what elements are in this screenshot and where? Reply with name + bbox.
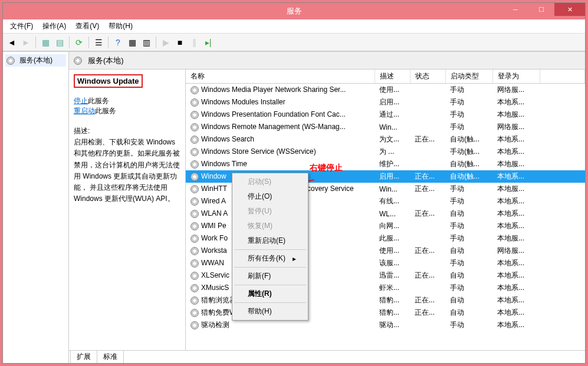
content-header: 服务(本地) bbox=[69, 52, 585, 70]
col-spacer bbox=[540, 70, 585, 84]
context-menu-item[interactable]: 停止(O) bbox=[234, 189, 307, 204]
gear-icon bbox=[190, 259, 199, 268]
col-startup[interactable]: 启动类型 bbox=[445, 70, 492, 84]
show-hide-icon[interactable]: ▦ bbox=[39, 36, 52, 49]
annotation-text: 右键停止 bbox=[310, 163, 343, 173]
gear-icon bbox=[190, 111, 199, 119]
play-icon[interactable]: ▶ bbox=[159, 36, 172, 49]
gear-icon bbox=[190, 296, 199, 305]
gear-icon bbox=[74, 57, 82, 65]
detail-pane: Windows Update 停止此服务 重启动此服务 描述: 启用检测、下载和… bbox=[69, 70, 186, 350]
gear-icon bbox=[190, 86, 199, 94]
gear-icon bbox=[190, 210, 199, 218]
properties-icon[interactable]: ☰ bbox=[92, 36, 105, 49]
selected-service-name: Windows Update bbox=[74, 74, 143, 88]
services-list[interactable]: 名称 描述 状态 启动类型 登录为 Windows Media Player N… bbox=[186, 70, 585, 350]
refresh-icon[interactable]: ⟳ bbox=[73, 36, 86, 49]
menu-action[interactable]: 操作(A) bbox=[38, 20, 71, 32]
toolbar: ◄ ► ▦ ▤ ⟳ ☰ ? ▦ ▥ ▶ ■ ‖ ▸| bbox=[3, 34, 585, 51]
titlebar: 服务 ─ ☐ ✕ bbox=[3, 3, 585, 19]
stop-icon[interactable]: ■ bbox=[173, 36, 186, 49]
toolbar-icon-2[interactable]: ▥ bbox=[140, 36, 153, 49]
table-row[interactable]: Windows Media Player Network Sharing Ser… bbox=[186, 84, 585, 97]
context-menu-item: 启动(S) bbox=[234, 174, 307, 189]
desc-text: 启用检测、下载和安装 Windows 和其他程序的更新。如果此服务被禁用，这台计… bbox=[74, 137, 180, 205]
col-desc[interactable]: 描述 bbox=[375, 70, 410, 84]
split-view: Windows Update 停止此服务 重启动此服务 描述: 启用检测、下载和… bbox=[69, 70, 585, 350]
help-icon[interactable]: ? bbox=[111, 36, 124, 49]
gear-icon bbox=[190, 160, 199, 169]
desc-label: 描述: bbox=[74, 126, 180, 137]
gear-icon bbox=[190, 247, 199, 255]
gear-icon bbox=[190, 136, 199, 144]
restart-link[interactable]: 重启动 bbox=[74, 107, 95, 115]
gear-icon bbox=[190, 284, 199, 292]
tree-pane: 服务(本地) bbox=[3, 52, 69, 363]
content-header-label: 服务(本地) bbox=[88, 55, 124, 66]
tree-root-label: 服务(本地) bbox=[19, 55, 52, 65]
gear-icon bbox=[190, 148, 199, 156]
context-menu-item: 暂停(U) bbox=[234, 204, 307, 219]
table-row[interactable]: Windows Time维护...自动(触...本地服... bbox=[186, 158, 585, 170]
service-description: 描述: 启用检测、下载和安装 Windows 和其他程序的更新。如果此服务被禁用… bbox=[74, 126, 180, 205]
export-icon[interactable]: ▤ bbox=[53, 36, 66, 49]
col-status[interactable]: 状态 bbox=[410, 70, 445, 84]
context-menu-item[interactable]: 属性(R) bbox=[234, 286, 307, 301]
gear-icon bbox=[6, 57, 15, 65]
service-actions: 停止此服务 重启动此服务 bbox=[74, 96, 180, 116]
minimize-button[interactable]: ─ bbox=[502, 3, 528, 16]
table-row[interactable]: Windows Remote Management (WS-Manag...Wi… bbox=[186, 121, 585, 133]
gear-icon bbox=[190, 235, 199, 243]
context-menu-item[interactable]: 重新启动(E) bbox=[234, 233, 307, 248]
context-menu-item[interactable]: 刷新(F) bbox=[234, 269, 307, 283]
window-controls: ─ ☐ ✕ bbox=[502, 3, 585, 16]
table-row[interactable]: Windows Search为文...正在...自动(触...本地系... bbox=[186, 133, 585, 146]
col-name[interactable]: 名称 bbox=[186, 70, 375, 84]
gear-icon bbox=[190, 222, 199, 230]
menu-file[interactable]: 文件(F) bbox=[5, 20, 38, 32]
gear-icon bbox=[190, 197, 199, 206]
pause-icon[interactable]: ‖ bbox=[188, 36, 201, 49]
table-row[interactable]: Windows Presentation Foundation Font Cac… bbox=[186, 108, 585, 121]
toolbar-icon-1[interactable]: ▦ bbox=[126, 36, 139, 49]
services-window: 服务 ─ ☐ ✕ 文件(F) 操作(A) 查看(V) 帮助(H) ◄ ► ▦ ▤… bbox=[2, 2, 586, 364]
gear-icon bbox=[190, 123, 199, 131]
context-menu-item[interactable]: 所有任务(K)▸ bbox=[234, 251, 307, 266]
context-menu: 启动(S)停止(O)暂停(U)恢复(M)重新启动(E)所有任务(K)▸刷新(F)… bbox=[232, 173, 308, 321]
window-title: 服务 bbox=[287, 6, 302, 17]
back-icon[interactable]: ◄ bbox=[5, 36, 18, 49]
tab-standard[interactable]: 标准 bbox=[97, 351, 124, 364]
gear-icon bbox=[190, 185, 199, 193]
table-row[interactable]: Windows Store Service (WSService)为 ...手动… bbox=[186, 146, 585, 158]
content-pane: 服务(本地) Windows Update 停止此服务 重启动此服务 描述: 启… bbox=[69, 52, 585, 363]
tab-extended[interactable]: 扩展 bbox=[70, 351, 97, 364]
gear-icon bbox=[190, 321, 199, 329]
menu-view[interactable]: 查看(V) bbox=[71, 20, 104, 32]
forward-icon[interactable]: ► bbox=[19, 36, 32, 49]
gear-icon bbox=[190, 173, 199, 181]
close-button[interactable]: ✕ bbox=[554, 3, 585, 16]
restart-icon[interactable]: ▸| bbox=[202, 36, 215, 49]
gear-icon bbox=[190, 309, 199, 317]
gear-icon bbox=[190, 98, 199, 107]
context-menu-item[interactable]: 帮助(H) bbox=[234, 304, 307, 319]
main-area: 服务(本地) 服务(本地) Windows Update 停止此服务 重启动此服… bbox=[3, 51, 585, 363]
tree-root[interactable]: 服务(本地) bbox=[5, 54, 66, 67]
context-menu-item: 恢复(M) bbox=[234, 219, 307, 233]
col-login[interactable]: 登录为 bbox=[492, 70, 540, 84]
maximize-button[interactable]: ☐ bbox=[528, 3, 554, 16]
menu-help[interactable]: 帮助(H) bbox=[104, 20, 137, 32]
menubar: 文件(F) 操作(A) 查看(V) 帮助(H) bbox=[3, 19, 585, 34]
table-row[interactable]: 驱动检测驱动...手动本地系... bbox=[186, 319, 585, 331]
table-row[interactable]: Windows Modules Installer启用...手动本地系... bbox=[186, 96, 585, 108]
stop-link[interactable]: 停止 bbox=[74, 97, 88, 105]
view-tabs: 扩展 标准 bbox=[69, 350, 585, 363]
gear-icon bbox=[190, 272, 199, 280]
